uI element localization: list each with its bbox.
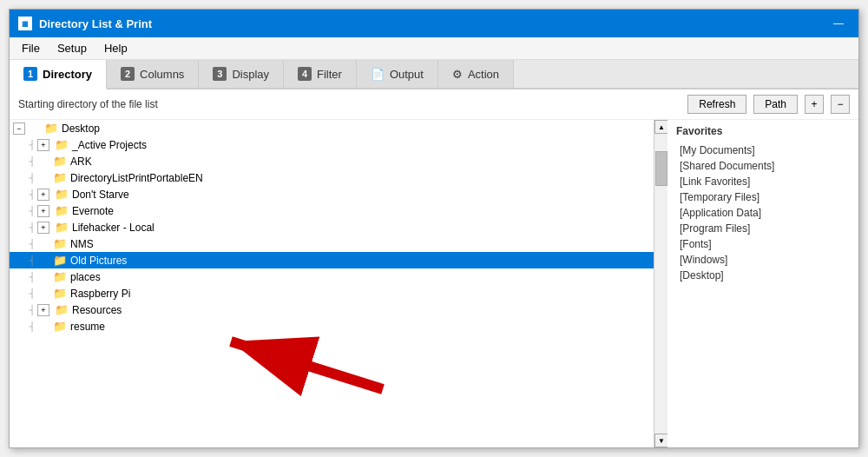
- folder-icon-lifehacker: 📁: [55, 221, 69, 234]
- tab-number-2: 2: [121, 67, 135, 81]
- content-area: Starting directory of the file list Refr…: [10, 89, 858, 447]
- title-bar: ▦ Directory List & Print —: [10, 10, 858, 37]
- favorites-panel: Favorites [My Documents] [Shared Documen…: [667, 120, 858, 447]
- minimize-button[interactable]: —: [827, 15, 850, 32]
- favorites-item-my-documents[interactable]: [My Documents]: [676, 142, 850, 158]
- folder-icon-places: 📁: [53, 270, 67, 283]
- toolbar-description: Starting directory of the file list: [18, 98, 681, 110]
- tab-number-4: 4: [298, 67, 312, 81]
- tree-label-lifehacker: Lifehacker - Local: [72, 222, 155, 234]
- favorites-item-application-data[interactable]: [Application Data]: [676, 205, 850, 221]
- tree-item-evernote[interactable]: ┤ + 📁 Evernote: [10, 202, 654, 219]
- scroll-down-button[interactable]: ▼: [654, 434, 667, 447]
- folder-icon-active-projects: 📁: [55, 138, 69, 151]
- window-controls: —: [827, 15, 850, 32]
- main-panel: − 📁 Desktop ┤ + 📁 _Active Projects: [10, 120, 858, 447]
- tab-label-directory: Directory: [43, 68, 92, 81]
- favorites-title: Favorites: [676, 125, 850, 137]
- tree-label-dont-starve: Don't Starve: [72, 189, 129, 201]
- tree-expand-desktop[interactable]: −: [13, 123, 25, 135]
- tab-display[interactable]: 3 Display: [199, 60, 284, 88]
- window-title: Directory List & Print: [39, 17, 152, 30]
- app-icon: ▦: [18, 17, 32, 30]
- tree-label-old-pictures: Old Pictures: [70, 255, 127, 267]
- favorites-item-temporary-files[interactable]: [Temporary Files]: [676, 189, 850, 205]
- tab-columns[interactable]: 2 Columns: [107, 60, 199, 88]
- tree-label-evernote: Evernote: [72, 205, 114, 217]
- tree-expand-evernote[interactable]: +: [37, 205, 49, 217]
- output-icon: 📄: [371, 68, 385, 81]
- tree-scrollbar[interactable]: ▲ ▼: [654, 120, 667, 447]
- folder-icon-nms: 📁: [53, 237, 67, 250]
- path-button[interactable]: Path: [753, 95, 798, 114]
- tree-label-nms: NMS: [70, 238, 94, 250]
- toolbar-row: Starting directory of the file list Refr…: [10, 89, 858, 120]
- favorites-item-program-files[interactable]: [Program Files]: [676, 221, 850, 236]
- tab-filter[interactable]: 4 Filter: [284, 60, 357, 88]
- tree-item-active-projects[interactable]: ┤ + 📁 _Active Projects: [10, 136, 654, 153]
- tree-item-resources[interactable]: ┤ + 📁 Resources: [10, 301, 654, 318]
- add-button[interactable]: +: [805, 95, 824, 114]
- tab-label-output: Output: [390, 68, 424, 81]
- tab-label-columns: Columns: [140, 68, 184, 81]
- tree-label-places: places: [70, 271, 101, 283]
- menu-help[interactable]: Help: [97, 40, 135, 56]
- tree-label-ark: ARK: [70, 156, 92, 168]
- remove-button[interactable]: −: [831, 95, 850, 114]
- menu-setup[interactable]: Setup: [50, 40, 94, 56]
- main-window: ▦ Directory List & Print — File Setup He…: [9, 9, 859, 448]
- favorites-item-fonts[interactable]: [Fonts]: [676, 236, 850, 252]
- menu-file[interactable]: File: [15, 40, 47, 56]
- folder-icon-dont-starve: 📁: [55, 188, 69, 201]
- tree-container: − 📁 Desktop ┤ + 📁 _Active Projects: [10, 120, 667, 447]
- action-icon: ⚙: [452, 68, 463, 81]
- tab-number-3: 3: [213, 67, 227, 81]
- tree-scroll[interactable]: − 📁 Desktop ┤ + 📁 _Active Projects: [10, 120, 654, 447]
- tree-item-desktop[interactable]: − 📁 Desktop: [10, 120, 654, 136]
- tree-label-active-projects: _Active Projects: [72, 139, 147, 151]
- scroll-thumb[interactable]: [655, 151, 667, 186]
- folder-icon-resources: 📁: [55, 303, 69, 316]
- folder-icon-dlppen: 📁: [53, 171, 67, 184]
- favorites-item-link-favorites[interactable]: [Link Favorites]: [676, 174, 850, 189]
- tree-label-raspberry-pi: Raspberry Pi: [70, 288, 130, 300]
- tree-expand-dont-starve[interactable]: +: [37, 189, 49, 201]
- tree-item-dlppen[interactable]: ┤ 📁 DirectoryListPrintPortableEN: [10, 169, 654, 186]
- tab-action[interactable]: ⚙ Action: [438, 60, 514, 88]
- tab-output[interactable]: 📄 Output: [357, 60, 438, 88]
- favorites-item-shared-documents[interactable]: [Shared Documents]: [676, 158, 850, 174]
- refresh-button[interactable]: Refresh: [687, 95, 746, 114]
- tree-item-raspberry-pi[interactable]: ┤ 📁 Raspberry Pi: [10, 285, 654, 301]
- menu-bar: File Setup Help: [10, 37, 858, 60]
- tree-item-resume[interactable]: ┤ 📁 resume: [10, 318, 654, 334]
- tree-label-desktop: Desktop: [62, 123, 100, 135]
- tab-directory[interactable]: 1 Directory: [10, 60, 107, 89]
- folder-icon-raspberry-pi: 📁: [53, 287, 67, 300]
- tab-label-filter: Filter: [317, 68, 342, 81]
- tabs-bar: 1 Directory 2 Columns 3 Display 4 Filter…: [10, 60, 858, 89]
- tree-item-nms[interactable]: ┤ 📁 NMS: [10, 235, 654, 252]
- tree-expand-active-projects[interactable]: +: [37, 139, 49, 151]
- tree-label-resume: resume: [70, 321, 105, 333]
- folder-icon-old-pictures: 📁: [53, 254, 67, 267]
- tree-expand-lifehacker[interactable]: +: [37, 222, 49, 234]
- folder-icon-desktop: 📁: [44, 122, 58, 135]
- folder-icon-evernote: 📁: [55, 204, 69, 217]
- folder-icon-resume: 📁: [53, 320, 67, 333]
- tree-item-lifehacker[interactable]: ┤ + 📁 Lifehacker - Local: [10, 219, 654, 235]
- tab-number-1: 1: [23, 67, 37, 81]
- tree-label-dlppen: DirectoryListPrintPortableEN: [70, 172, 203, 184]
- tree-item-old-pictures[interactable]: ┤ 📁 Old Pictures: [10, 252, 654, 268]
- tree-item-dont-starve[interactable]: ┤ + 📁 Don't Starve: [10, 186, 654, 202]
- favorites-item-desktop[interactable]: [Desktop]: [676, 268, 850, 283]
- favorites-item-windows[interactable]: [Windows]: [676, 252, 850, 268]
- tree-expand-resources[interactable]: +: [37, 304, 49, 316]
- tab-label-display: Display: [232, 68, 269, 81]
- folder-icon-ark: 📁: [53, 155, 67, 168]
- tree-item-ark[interactable]: ┤ 📁 ARK: [10, 153, 654, 169]
- scroll-up-button[interactable]: ▲: [654, 120, 667, 134]
- tab-label-action: Action: [468, 68, 499, 81]
- tree-item-places[interactable]: ┤ 📁 places: [10, 268, 654, 285]
- tree-label-resources: Resources: [72, 304, 122, 316]
